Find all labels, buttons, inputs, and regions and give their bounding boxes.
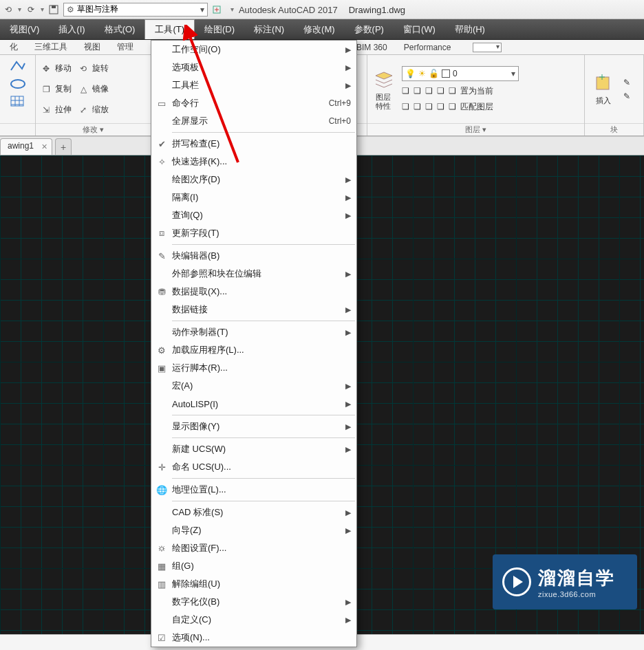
menu-item[interactable]: ▦组(G) [151, 557, 356, 575]
menu-item[interactable]: 数字化仪(B)▶ [151, 593, 356, 611]
menu-item[interactable]: ☑选项(N)... [151, 629, 356, 647]
menu-tools[interactable]: 工具(T) [144, 19, 195, 39]
qat-forward-icon[interactable]: ⟳ [25, 4, 36, 15]
qat-back-icon[interactable]: ⟲ [3, 4, 14, 15]
menu-item[interactable]: 查询(Q)▶ [151, 206, 356, 224]
menu-item-label: 数据链接 [172, 303, 340, 316]
document-tab-label: awing1 [8, 141, 34, 151]
layer-icon[interactable]: ❏ [414, 86, 421, 96]
make-current-label[interactable]: 置为当前 [460, 85, 493, 97]
edit-attr-icon[interactable]: ✎ [623, 91, 630, 101]
move-button[interactable]: ✥移动 [40, 61, 72, 77]
menu-item[interactable]: 外部参照和块在位编辑▶ [151, 265, 356, 283]
menu-item[interactable]: 新建 UCS(W)▶ [151, 440, 356, 458]
menu-separator [172, 244, 355, 245]
loadapp-icon: ⚙ [151, 345, 172, 356]
menu-item-label: 新建 UCS(W) [172, 443, 340, 455]
panel-label-block[interactable]: 块 [585, 123, 643, 136]
menu-item[interactable]: CAD 标准(S)▶ [151, 503, 356, 521]
menu-dimension[interactable]: 标注(N) [244, 19, 294, 39]
menu-item[interactable]: ⧈更新字段(T) [151, 224, 356, 242]
panel-label-modify[interactable]: 修改 ▾ [36, 123, 151, 136]
layer-icon[interactable]: ❏ [437, 102, 444, 111]
menu-item[interactable]: 宏(A)▶ [151, 377, 356, 395]
submenu-arrow-icon: ▶ [345, 422, 351, 431]
document-tab[interactable]: awing1 ✕ [0, 138, 52, 155]
menu-item[interactable]: ▣运行脚本(R)... [151, 359, 356, 377]
menu-item[interactable]: 工具栏▶ [151, 76, 356, 94]
ribbon-tab[interactable]: 视图 [76, 40, 109, 54]
menu-parametric[interactable]: 参数(P) [345, 19, 394, 39]
hatch-icon[interactable] [10, 95, 26, 109]
menu-item[interactable]: ▭命令行Ctrl+9 [151, 94, 356, 112]
menu-item[interactable]: 全屏显示Ctrl+0 [151, 112, 356, 130]
menu-item[interactable]: ✎块编辑器(B) [151, 247, 356, 265]
qat-save-icon[interactable] [48, 4, 59, 15]
menu-item[interactable]: 工作空间(O)▶ [151, 41, 356, 58]
menu-item[interactable]: 向导(Z)▶ [151, 521, 356, 539]
match-layer-label[interactable]: 匹配图层 [460, 101, 493, 113]
rotate-button[interactable]: ⟲旋转 [77, 61, 109, 77]
menu-item-label: 外部参照和块在位编辑 [172, 268, 340, 280]
menu-item[interactable]: AutoLISP(I)▶ [151, 395, 356, 413]
menu-item[interactable]: 🌐地理位置(L)... [151, 481, 356, 499]
workspace-combo[interactable]: ⚙ 草图与注释 ▾ [63, 3, 208, 17]
ribbon-tab[interactable]: 三维工具 [26, 40, 76, 54]
menu-item[interactable]: 选项板▶ [151, 58, 356, 76]
panel-label-layers[interactable]: 图层 ▾ [367, 123, 584, 136]
menu-modify[interactable]: 修改(M) [294, 19, 345, 39]
layer-icon[interactable]: ❏ [437, 86, 444, 96]
menu-item[interactable]: 自定义(C)▶ [151, 611, 356, 629]
menu-item[interactable]: 绘图次序(D)▶ [151, 171, 356, 188]
menu-item[interactable]: 显示图像(Y)▶ [151, 418, 356, 435]
layer-icon[interactable]: ❏ [402, 86, 409, 96]
menu-item[interactable]: 动作录制器(T)▶ [151, 323, 356, 341]
qat-overflow-icon[interactable]: ▾ [226, 3, 238, 16]
menu-item[interactable]: ⚙加载应用程序(L)... [151, 341, 356, 359]
menu-window[interactable]: 窗口(W) [394, 19, 445, 39]
menu-separator [172, 437, 355, 438]
insert-block-icon[interactable] [592, 72, 615, 96]
menu-item-label: 更新字段(T) [172, 227, 351, 239]
menu-item[interactable]: ✛命名 UCS(U)... [151, 458, 356, 476]
mirror-button[interactable]: △镜像 [77, 81, 109, 98]
ribbon-tab[interactable]: Performance [396, 41, 460, 54]
submenu-arrow-icon: ▶ [345, 400, 351, 409]
ellipse-icon[interactable] [10, 78, 26, 89]
options-icon: ☑ [151, 633, 172, 643]
new-tab-button[interactable]: + [55, 138, 72, 155]
stretch-button[interactable]: ⇲拉伸 [40, 102, 72, 118]
layer-icon[interactable]: ❏ [425, 86, 433, 96]
scale-button[interactable]: ⤢缩放 [77, 102, 109, 118]
close-icon[interactable]: ✕ [41, 142, 47, 151]
menu-item[interactable]: ⛭绘图设置(F)... [151, 539, 356, 557]
layer-combo[interactable]: 💡 ☀ 🔓 0 ▾ [402, 66, 519, 81]
menu-item[interactable]: 数据链接▶ [151, 301, 356, 318]
layer-icon[interactable]: ❏ [402, 102, 409, 111]
menu-item[interactable]: 隔离(I)▶ [151, 188, 356, 206]
match-layer-icon[interactable]: ❏ [449, 102, 456, 111]
svg-rect-5 [597, 77, 609, 89]
copy-button[interactable]: ❐复制 [40, 81, 72, 98]
layer-properties-icon[interactable] [372, 68, 395, 91]
scale-icon: ⤢ [77, 104, 89, 116]
chevron-down-icon: ▾ [200, 5, 204, 14]
ribbon-tab[interactable]: 管理 [109, 40, 142, 54]
layer-icon[interactable]: ❏ [414, 102, 421, 111]
menu-item[interactable]: ✔拼写检查(E) [151, 135, 356, 153]
menu-insert[interactable]: 插入(I) [49, 19, 94, 39]
menu-help[interactable]: 帮助(H) [445, 19, 495, 39]
ribbon-tab[interactable]: 化 [1, 40, 26, 54]
polyline-icon[interactable] [10, 59, 26, 73]
layer-icon[interactable]: ❏ [425, 102, 433, 111]
menu-item[interactable]: ⛃数据提取(X)... [151, 283, 356, 301]
ribbon-collapse-toggle[interactable]: ▾ [473, 43, 502, 52]
edit-block-icon[interactable]: ✎ [623, 78, 630, 87]
menu-view[interactable]: 视图(V) [0, 19, 49, 39]
qat-share-icon[interactable] [211, 3, 223, 16]
menu-format[interactable]: 格式(O) [95, 19, 145, 39]
menu-draw[interactable]: 绘图(D) [195, 19, 244, 39]
menu-item[interactable]: ▥解除编组(U) [151, 575, 356, 593]
menu-item[interactable]: ✧快速选择(K)... [151, 153, 356, 171]
make-current-icon[interactable]: ❏ [449, 86, 456, 96]
